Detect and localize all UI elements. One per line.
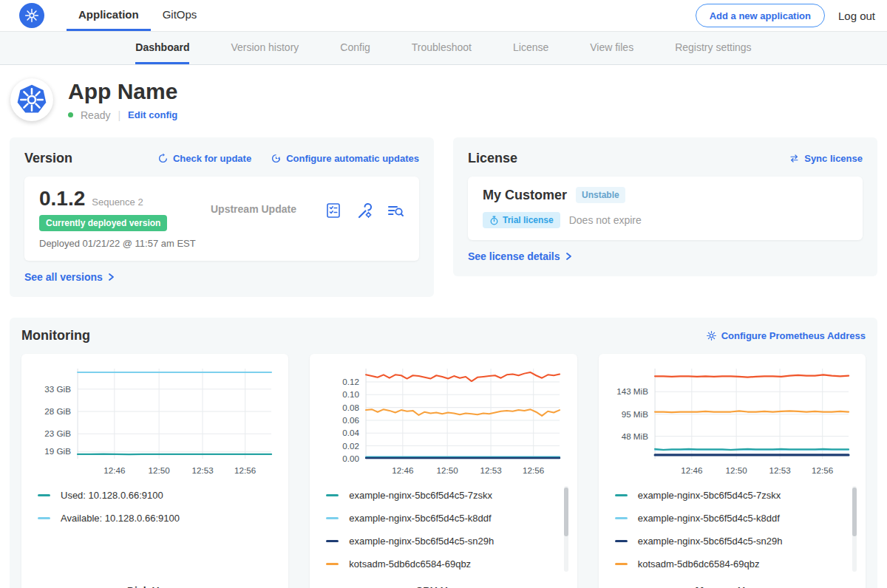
configure-automatic-updates-link[interactable]: Configure automatic updates	[271, 153, 419, 164]
legend-label: example-nginx-5bc6f5d4c5-sn29h	[349, 536, 494, 547]
clock-refresh-icon	[271, 153, 282, 164]
svg-text:12:56: 12:56	[234, 465, 256, 475]
svg-text:23 GiB: 23 GiB	[44, 428, 71, 438]
legend-item: Used: 10.128.0.66:9100	[38, 484, 276, 507]
legend-scrollbar[interactable]	[564, 486, 568, 572]
svg-text:12:46: 12:46	[103, 465, 125, 475]
app-title-block: App Name Ready | Edit config	[68, 79, 177, 121]
tab-dashboard[interactable]: Dashboard	[135, 32, 189, 64]
legend-label: Available: 10.128.0.66:9100	[61, 513, 180, 524]
currently-deployed-badge: Currently deployed version	[39, 215, 167, 231]
version-title: Version	[24, 151, 72, 166]
svg-text:0.10: 0.10	[343, 389, 360, 399]
see-license-details-link[interactable]: See license details	[468, 250, 573, 262]
version-panel: Version Check for update Configure au	[10, 137, 434, 297]
tab-config[interactable]: Config	[340, 32, 370, 64]
svg-text:12:46: 12:46	[681, 465, 702, 475]
page-title: App Name	[68, 79, 177, 104]
disk-usage-chart: 33 GiB28 GiB23 GiB19 GiB12:4612:5012:531…	[30, 363, 279, 476]
tab-gitops[interactable]: GitOps	[151, 0, 209, 31]
version-number: 0.1.2	[39, 187, 85, 211]
app-sub-nav: Dashboard Version history Config Trouble…	[0, 32, 887, 65]
svg-text:0.06: 0.06	[343, 415, 360, 425]
legend-item: example-nginx-5bc6f5d4c5-k8ddf	[615, 507, 854, 530]
see-all-versions-link[interactable]: See all versions	[24, 271, 115, 283]
svg-text:12:50: 12:50	[149, 465, 171, 475]
legend-item: kotsadm-5db6dc6584-69qbz	[326, 553, 565, 575]
cpu-usage-chart: 0.120.100.080.060.040.020.0012:4612:5012…	[319, 363, 568, 476]
legend-item: kotsadm-5db6dc6584-69qbz	[615, 553, 854, 575]
disk-usage-legend: Used: 10.128.0.66:9100 Available: 10.128…	[30, 484, 279, 576]
series-color-dash	[615, 563, 628, 565]
legend-label: example-nginx-5bc6f5d4c5-k8ddf	[638, 513, 780, 524]
upstream-update-label: Upstream Update	[211, 203, 296, 249]
sync-license-link[interactable]: Sync license	[789, 153, 863, 164]
svg-text:12:56: 12:56	[523, 465, 544, 475]
scrollbar-thumb[interactable]	[564, 488, 568, 536]
top-nav-right: Add a new application Log out	[696, 0, 887, 31]
kubernetes-logo-icon	[19, 3, 44, 28]
tab-troubleshoot[interactable]: Troubleshoot	[412, 32, 472, 64]
legend-scrollbar[interactable]	[852, 486, 857, 572]
release-notes-icon[interactable]	[324, 202, 342, 249]
legend-label: example-nginx-5bc6f5d4c5-sn29h	[638, 536, 783, 547]
series-color-dash	[615, 494, 628, 496]
legend-label: example-nginx-5bc6f5d4c5-7zskx	[638, 490, 781, 501]
add-application-button[interactable]: Add a new application	[696, 4, 825, 27]
svg-text:12:53: 12:53	[769, 465, 790, 475]
series-color-dash	[38, 494, 50, 496]
legend-item: Available: 10.128.0.66:9100	[38, 507, 276, 530]
ready-status-dot	[68, 112, 73, 117]
legend-label: Used: 10.128.0.66:9100	[61, 490, 163, 501]
ready-status-label: Ready	[81, 109, 110, 121]
check-for-update-link[interactable]: Check for update	[157, 153, 251, 164]
chevron-right-icon	[106, 273, 115, 281]
logout-button[interactable]: Log out	[838, 10, 875, 22]
legend-item: example-nginx-5bc6f5d4c5-7zskx	[326, 484, 565, 507]
legend-label: kotsadm-5db6dc6584-69qbz	[349, 558, 471, 570]
legend-item: example-nginx-5bc6f5d4c5-k8ddf	[326, 507, 565, 530]
legend-item: example-nginx-5bc6f5d4c5-sn29h	[326, 530, 565, 553]
stopwatch-icon	[489, 216, 499, 225]
legend-item: example-nginx-5bc6f5d4c5-7zskx	[615, 484, 854, 507]
series-color-dash	[326, 517, 339, 519]
top-nav-tabs: Application GitOps	[67, 0, 208, 31]
legend-label: kotsadm-5db6dc6584-69qbz	[638, 558, 760, 570]
chart-title: Disk Usage	[30, 576, 279, 588]
chevron-right-icon	[564, 252, 573, 261]
svg-text:95 MiB: 95 MiB	[621, 409, 648, 419]
series-color-dash	[615, 540, 628, 542]
memory-usage-chart: 143 MiB95 MiB48 MiB12:4612:5012:5312:56	[608, 363, 857, 476]
top-nav: Application GitOps Add a new application…	[0, 0, 887, 32]
svg-text:48 MiB: 48 MiB	[621, 431, 648, 441]
svg-text:143 MiB: 143 MiB	[616, 386, 648, 396]
svg-text:12:53: 12:53	[480, 465, 502, 475]
edit-config-icon[interactable]	[356, 202, 373, 249]
svg-text:12:46: 12:46	[392, 465, 414, 475]
series-color-dash	[615, 517, 628, 519]
svg-text:0.08: 0.08	[343, 403, 360, 412]
sync-arrows-icon	[789, 153, 800, 164]
svg-text:12:50: 12:50	[725, 465, 747, 475]
license-panel: License Sync license My Customer Unstabl…	[453, 137, 877, 276]
chart-title: Memory Usage	[608, 576, 857, 588]
svg-text:12:53: 12:53	[191, 465, 213, 475]
monitoring-title: Monitoring	[21, 328, 90, 343]
tab-application[interactable]: Application	[67, 0, 151, 31]
scrollbar-thumb[interactable]	[852, 488, 857, 536]
tab-registry-settings[interactable]: Registry settings	[675, 32, 751, 64]
edit-config-link[interactable]: Edit config	[128, 109, 177, 120]
svg-text:0.04: 0.04	[343, 428, 360, 437]
chart-title: CPU Usage	[319, 576, 568, 588]
memory-usage-card: 143 MiB95 MiB48 MiB12:4612:5012:5312:56 …	[599, 354, 866, 588]
tab-view-files[interactable]: View files	[590, 32, 633, 64]
view-files-diff-icon[interactable]	[387, 202, 404, 249]
tab-license[interactable]: License	[513, 32, 548, 64]
svg-text:0.12: 0.12	[343, 377, 360, 386]
customer-name: My Customer	[483, 188, 567, 203]
current-version-card: 0.1.2 Sequence 2 Currently deployed vers…	[24, 177, 419, 261]
version-sequence: Sequence 2	[92, 196, 143, 208]
monitoring-panel: Monitoring Configure Prometheus Address …	[10, 318, 877, 588]
tab-version-history[interactable]: Version history	[231, 32, 299, 64]
configure-prometheus-link[interactable]: Configure Prometheus Address	[706, 330, 866, 341]
